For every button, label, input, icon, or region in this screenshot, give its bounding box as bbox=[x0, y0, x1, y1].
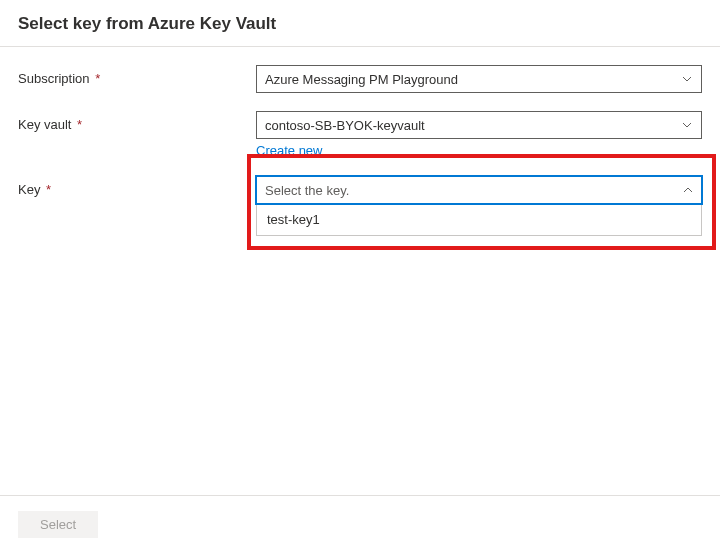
subscription-combobox[interactable]: Azure Messaging PM Playground bbox=[256, 65, 702, 93]
key-row: Key * test-key1 bbox=[18, 176, 702, 236]
key-label: Key * bbox=[18, 176, 256, 197]
keyvault-row: Key vault * contoso-SB-BYOK-keyvault Cre… bbox=[18, 111, 702, 158]
subscription-row: Subscription * Azure Messaging PM Playgr… bbox=[18, 65, 702, 93]
footer-bar: Select bbox=[18, 511, 98, 538]
keyvault-control: contoso-SB-BYOK-keyvault Create new bbox=[256, 111, 702, 158]
subscription-value: Azure Messaging PM Playground bbox=[265, 72, 458, 87]
keyvault-label: Key vault * bbox=[18, 111, 256, 132]
keyvault-value: contoso-SB-BYOK-keyvault bbox=[265, 118, 425, 133]
keyvault-label-text: Key vault bbox=[18, 117, 71, 132]
key-dropdown-option[interactable]: test-key1 bbox=[256, 204, 702, 236]
chevron-down-icon bbox=[681, 119, 693, 131]
required-asterisk: * bbox=[73, 117, 82, 132]
chevron-down-icon bbox=[681, 73, 693, 85]
subscription-control: Azure Messaging PM Playground bbox=[256, 65, 702, 93]
subscription-label-text: Subscription bbox=[18, 71, 90, 86]
form-content: Subscription * Azure Messaging PM Playgr… bbox=[0, 47, 720, 236]
key-search-input[interactable] bbox=[256, 176, 702, 204]
page-title: Select key from Azure Key Vault bbox=[0, 0, 720, 47]
create-new-link[interactable]: Create new bbox=[256, 143, 702, 158]
key-control: test-key1 bbox=[256, 176, 702, 236]
footer-separator bbox=[0, 495, 720, 496]
key-label-text: Key bbox=[18, 182, 40, 197]
required-asterisk: * bbox=[42, 182, 51, 197]
required-asterisk: * bbox=[92, 71, 101, 86]
subscription-label: Subscription * bbox=[18, 65, 256, 86]
select-button[interactable]: Select bbox=[18, 511, 98, 538]
keyvault-combobox[interactable]: contoso-SB-BYOK-keyvault bbox=[256, 111, 702, 139]
